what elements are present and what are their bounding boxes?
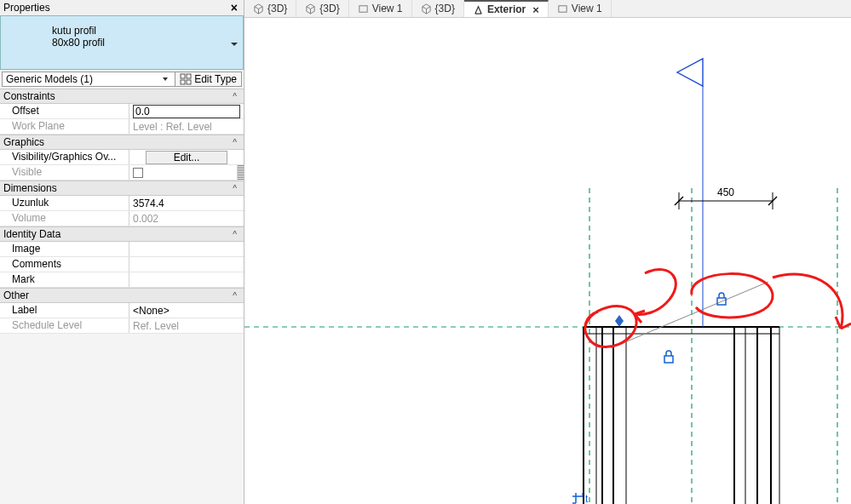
tab-label: {3D} (319, 3, 339, 14)
prop-value[interactable] (129, 104, 244, 118)
drag-handle-icon[interactable] (237, 165, 244, 180)
prop-name: Uzunluk (0, 196, 129, 210)
prop-name: Volume (0, 211, 129, 226)
tab-label: View 1 (572, 3, 602, 14)
edit-type-button[interactable]: Edit Type (175, 72, 241, 86)
prop-row-offset: Offset (0, 104, 244, 119)
chevron-up-icon: ^ (233, 230, 240, 239)
view-tab[interactable]: Exterior× (464, 0, 549, 17)
instance-filter-select[interactable]: Generic Models (1) (3, 72, 175, 86)
drawing-canvas[interactable]: 450 t (244, 18, 851, 504)
view-tab[interactable]: View 1 (349, 0, 412, 17)
prop-value[interactable]: 3574.4 (129, 196, 244, 210)
instance-filter-label: Generic Models (1) (6, 73, 93, 85)
prop-row-comments: Comments (0, 257, 244, 272)
chevron-down-icon (231, 43, 238, 46)
elevation-marker-icon[interactable] (677, 59, 703, 86)
prop-name: Label (0, 303, 129, 318)
type-line1: kutu profil (52, 25, 236, 37)
prop-row-volume: Volume 0.002 (0, 211, 244, 226)
prop-row-uzunluk: Uzunluk 3574.4 (0, 196, 244, 211)
prop-row-schedule: Schedule Level Ref. Level (0, 318, 244, 334)
view-tab[interactable]: View 1 (549, 0, 612, 17)
dimension-450[interactable]: 450 (675, 186, 777, 209)
chevron-down-icon (163, 77, 168, 81)
prop-name: Offset (0, 104, 129, 118)
prop-row-label: Label <None> (0, 303, 244, 318)
prop-value: Ref. Level (129, 318, 244, 333)
view-area: {3D}{3D}View 1{3D}Exterior×View 1 (244, 0, 851, 504)
group-header-dimensions[interactable]: Dimensions ^ (0, 180, 244, 196)
instance-row: Generic Models (1) Edit Type (2, 72, 242, 87)
chevron-up-icon: ^ (233, 184, 240, 193)
svg-rect-4 (359, 5, 367, 11)
group-header-identity[interactable]: Identity Data ^ (0, 226, 244, 242)
close-icon[interactable]: × (532, 3, 539, 16)
prop-value (129, 165, 244, 180)
svg-rect-2 (181, 80, 185, 84)
prop-name: Schedule Level (0, 318, 129, 333)
drag-handle-icon[interactable] (615, 315, 624, 327)
prop-name: Mark (0, 272, 129, 287)
lock-icon[interactable] (664, 351, 673, 363)
tab-label: View 1 (372, 3, 403, 14)
prop-value: 0.002 (129, 211, 244, 226)
prop-row-visible: Visible (0, 165, 244, 180)
chevron-up-icon: ^ (233, 291, 240, 301)
prop-name: Visible (0, 165, 129, 180)
prop-value[interactable] (129, 242, 244, 256)
svg-text:t: t (585, 493, 589, 504)
prop-value[interactable] (129, 257, 244, 272)
svg-marker-11 (615, 315, 624, 327)
prop-value: Edit... (129, 150, 244, 164)
edit-type-icon (180, 73, 192, 85)
prop-name: Image (0, 242, 129, 256)
tab-label: {3D} (435, 3, 455, 14)
annotation-scribble (585, 269, 851, 346)
panel-title: Properties (3, 2, 228, 14)
group-header-graphics[interactable]: Graphics ^ (0, 135, 244, 150)
dimension-text: 450 (717, 186, 734, 198)
tab-label: {3D} (267, 3, 287, 14)
view-tab[interactable]: {3D} (296, 0, 348, 17)
prop-value[interactable]: <None> (129, 303, 244, 318)
view-tab[interactable]: {3D} (244, 0, 296, 17)
prop-value: Level : Ref. Level (129, 119, 244, 134)
svg-rect-5 (559, 5, 566, 11)
prop-row-workplane: Work Plane Level : Ref. Level (0, 119, 244, 135)
group-header-constraints[interactable]: Constraints ^ (0, 89, 244, 104)
vgo-edit-button[interactable]: Edit... (146, 151, 228, 164)
prop-name: Visibility/Graphics Ov... (0, 150, 129, 164)
panel-header: Properties × (0, 0, 244, 15)
chevron-up-icon: ^ (233, 92, 240, 101)
view-tabbar: {3D}{3D}View 1{3D}Exterior×View 1 (244, 0, 851, 18)
svg-rect-12 (664, 356, 673, 363)
prop-name: Comments (0, 257, 129, 272)
type-line2: 80x80 profil (52, 37, 236, 49)
svg-rect-1 (187, 74, 191, 78)
prop-name: Work Plane (0, 119, 129, 134)
group-header-other[interactable]: Other ^ (0, 288, 244, 303)
prop-row-vgo: Visibility/Graphics Ov... Edit... (0, 150, 244, 165)
svg-rect-3 (187, 80, 191, 84)
properties-panel: Properties × kutu profil 80x80 profil Ge… (0, 0, 244, 504)
chevron-up-icon: ^ (233, 138, 240, 147)
tab-label: Exterior (487, 3, 526, 15)
svg-rect-0 (181, 74, 185, 78)
prop-row-image: Image (0, 242, 244, 257)
offset-input[interactable] (133, 105, 240, 118)
view-tab[interactable]: {3D} (412, 0, 464, 17)
edit-type-label: Edit Type (194, 73, 237, 85)
prop-value[interactable] (129, 272, 244, 287)
close-icon[interactable]: × (228, 1, 240, 14)
prop-row-mark: Mark (0, 272, 244, 288)
visible-checkbox[interactable] (133, 168, 143, 178)
type-selector[interactable]: kutu profil 80x80 profil (0, 15, 244, 70)
crop-icon[interactable]: t (572, 493, 589, 504)
